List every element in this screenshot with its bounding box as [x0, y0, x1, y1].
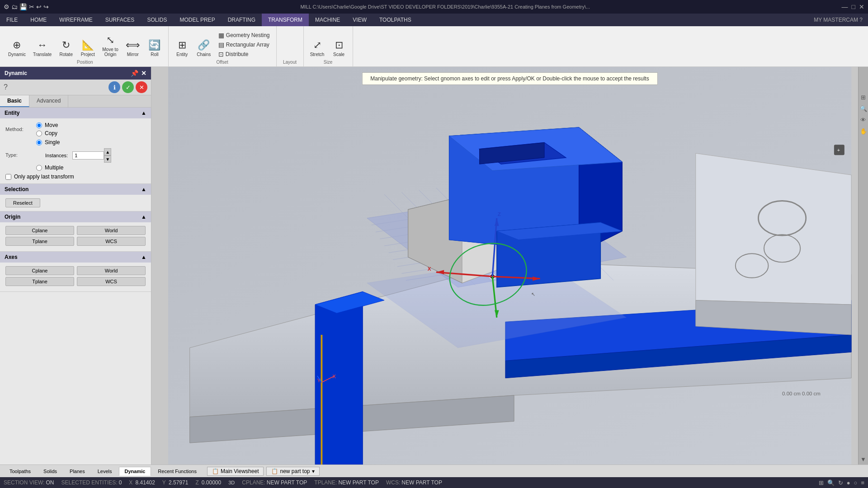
ribbon-btn-entity[interactable]: ⊞ Entity — [172, 38, 192, 59]
tool-btn-cancel[interactable]: ✕ — [136, 81, 147, 93]
ribbon-btn-dynamic[interactable]: ⊕ Dynamic — [5, 38, 28, 59]
reselect-button[interactable]: Reselect — [5, 198, 40, 207]
rotate-label: Rotate — [60, 52, 73, 57]
ribbon-btn-project[interactable]: 📐 Project — [78, 38, 98, 59]
ribbon-btn-rectangular-array[interactable]: ▤ Rectangular Array — [216, 40, 273, 49]
status-tplane: TPLANE: NEW PART TOP — [314, 479, 379, 486]
instances-spinner: 1 ▲ ▼ — [72, 148, 111, 163]
minimize-button[interactable]: — — [842, 3, 848, 10]
mirror-icon: ⟺ — [126, 39, 140, 51]
menu-machine[interactable]: MACHINE — [309, 14, 346, 26]
origin-cplane[interactable]: Cplane — [5, 226, 74, 235]
viewport[interactable]: Manipulate geometry: Select gnomon axes … — [151, 67, 868, 465]
status-zoom-icon[interactable]: 🔍 — [827, 479, 835, 486]
instances-input[interactable]: 1 — [72, 151, 104, 160]
status-grid-icon[interactable]: ⊞ — [819, 479, 824, 486]
menu-home[interactable]: HOME — [24, 14, 53, 26]
ribbon-btn-scale[interactable]: ⊡ Scale — [329, 38, 349, 59]
viewport-canvas[interactable]: X Z ↖ Y X 0.00 cm 0.00 cm — [151, 67, 868, 465]
tab-solids[interactable]: Solids — [38, 467, 63, 476]
menu-transform[interactable]: TRANSFORM — [262, 14, 309, 26]
type-single-radio[interactable] — [36, 140, 42, 145]
redo-icon[interactable]: ↪ — [43, 3, 49, 10]
tab-recent-functions[interactable]: Recent Functions — [152, 467, 203, 476]
last-transform-row[interactable]: Only apply last transform — [5, 174, 146, 180]
ribbon-btn-rotate[interactable]: ↻ Rotate — [56, 38, 76, 59]
spin-up[interactable]: ▲ — [104, 148, 111, 155]
tab-planes[interactable]: Planes — [64, 467, 91, 476]
maximize-button[interactable]: □ — [852, 3, 855, 10]
status-more-icon[interactable]: ≡ — [861, 479, 864, 486]
panel-close-icon[interactable]: ✕ — [141, 70, 146, 77]
method-move[interactable]: Move — [36, 122, 58, 128]
method-copy-radio[interactable] — [36, 131, 42, 136]
viewsheet-part[interactable]: 📋 new part top ▾ — [266, 467, 319, 476]
menu-solids[interactable]: SOLIDS — [141, 14, 173, 26]
section-entity-header[interactable]: Entity ▲ — [0, 108, 151, 118]
project-label: Project — [81, 52, 95, 57]
method-move-radio[interactable] — [36, 122, 42, 128]
ribbon-group-position-label: Position — [77, 60, 93, 65]
tool-btn-ok[interactable]: ✓ — [122, 81, 134, 93]
new-icon[interactable]: 🗂 — [11, 3, 18, 10]
zoom-in-icon[interactable]: 🔍 — [860, 105, 867, 112]
zoom-fit-icon[interactable]: ⊞ — [861, 94, 866, 101]
status-circle-icon[interactable]: ○ — [854, 479, 858, 486]
section-selection-title: Selection — [5, 186, 28, 192]
ribbon-btn-roll[interactable]: 🔄 Roll — [145, 38, 165, 59]
tab-toolpaths[interactable]: Toolpaths — [4, 467, 37, 476]
spin-down[interactable]: ▼ — [104, 155, 111, 163]
menu-drafting[interactable]: DRAFTING — [222, 14, 262, 26]
type-multiple-label: Multiple — [45, 164, 63, 171]
section-origin-header[interactable]: Origin ▲ — [0, 211, 151, 222]
type-multiple-radio[interactable] — [36, 165, 42, 171]
origin-wcs[interactable]: WCS — [77, 237, 146, 246]
close-button[interactable]: ✕ — [859, 3, 864, 10]
menu-wireframe[interactable]: WIREFRAME — [53, 14, 99, 26]
pan-icon[interactable]: ✋ — [860, 128, 867, 135]
ribbon-btn-movetoorigin[interactable]: ⤡ Move toOrigin — [99, 33, 121, 59]
section-origin: Origin ▲ Cplane World Tplane WCS — [0, 211, 151, 252]
type-multiple-radio-row[interactable]: Multiple — [36, 164, 111, 171]
viewsheet-main[interactable]: 📋 Main Viewsheet — [207, 467, 264, 476]
tab-advanced[interactable]: Advanced — [29, 95, 68, 107]
ribbon-btn-translate[interactable]: ↔ Translate — [30, 38, 54, 59]
scroll-down-icon[interactable]: ▼ — [860, 456, 866, 463]
origin-world[interactable]: World — [77, 226, 146, 235]
ribbon-btn-stretch[interactable]: ⤢ Stretch — [307, 38, 327, 59]
undo-icon[interactable]: ↩ — [36, 3, 42, 10]
axes-wcs[interactable]: WCS — [77, 277, 146, 286]
section-axes-header[interactable]: Axes ▲ — [0, 252, 151, 263]
menu-surfaces[interactable]: SURFACES — [99, 14, 141, 26]
ribbon-btn-chains[interactable]: 🔗 Chains — [194, 38, 214, 59]
tab-basic[interactable]: Basic — [0, 95, 29, 107]
section-selection-header[interactable]: Selection ▲ — [0, 184, 151, 195]
cut-icon[interactable]: ✂ — [29, 3, 34, 10]
axes-tplane[interactable]: Tplane — [5, 277, 74, 286]
axes-world[interactable]: World — [77, 266, 146, 275]
origin-tplane[interactable]: Tplane — [5, 237, 74, 246]
status-rotate-icon[interactable]: ↻ — [838, 479, 843, 486]
method-copy[interactable]: Copy — [36, 130, 58, 136]
help-icon[interactable]: ? — [4, 83, 8, 91]
instruction-bar: Manipulate geometry: Select gnomon axes … — [362, 72, 657, 85]
view-icon[interactable]: 👁 — [860, 117, 866, 123]
last-transform-checkbox[interactable] — [5, 174, 11, 180]
ribbon-btn-mirror[interactable]: ⟺ Mirror — [123, 38, 143, 59]
axes-cplane[interactable]: Cplane — [5, 266, 74, 275]
save-icon[interactable]: 💾 — [19, 3, 27, 10]
menu-toolpaths[interactable]: TOOLPATHS — [373, 14, 418, 26]
ribbon-btn-geometry-nesting[interactable]: ▦ Geometry Nesting — [216, 31, 273, 40]
menu-view[interactable]: VIEW — [346, 14, 373, 26]
status-view-icon[interactable]: ● — [847, 479, 850, 486]
tool-btn-info[interactable]: ℹ — [108, 81, 120, 93]
menu-file[interactable]: FILE — [0, 14, 24, 26]
distribute-label: Distribute — [226, 51, 249, 57]
tab-levels[interactable]: Levels — [92, 467, 118, 476]
panel-pin-icon[interactable]: 📌 — [131, 70, 138, 77]
ribbon-btn-distribute[interactable]: ⊡ Distribute — [216, 50, 273, 59]
tab-dynamic[interactable]: Dynamic — [119, 467, 151, 476]
type-single[interactable]: Single — [36, 139, 111, 145]
menu-modelprep[interactable]: MODEL PREP — [173, 14, 221, 26]
window-controls[interactable]: — □ ✕ — [842, 3, 864, 10]
